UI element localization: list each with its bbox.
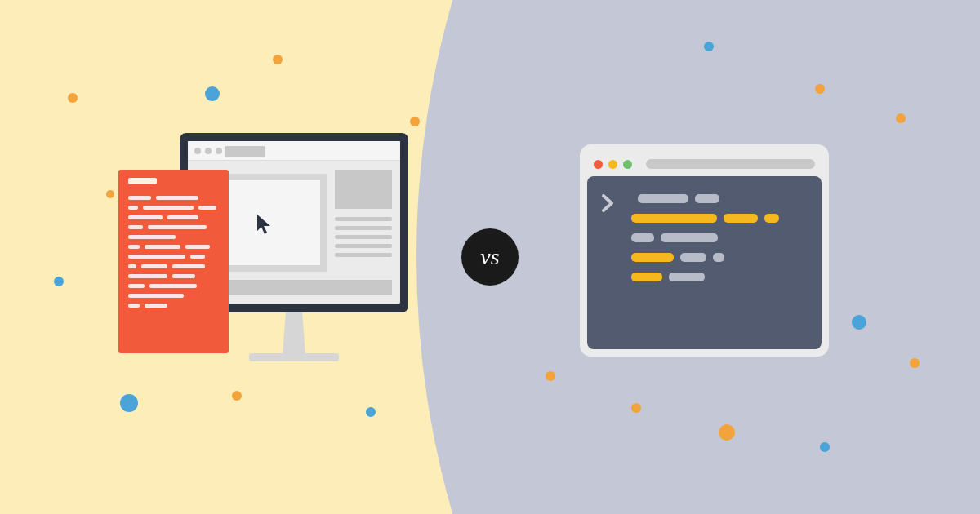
decorative-dot <box>232 391 242 401</box>
terminal-titlebar <box>587 152 822 176</box>
code-line <box>128 235 176 239</box>
decorative-dot <box>820 442 830 452</box>
sidebar-block <box>335 170 392 209</box>
browser-titlebar <box>188 141 400 161</box>
sidebar-panel <box>335 170 392 262</box>
decorative-dot <box>410 117 420 126</box>
code-segment <box>669 273 705 281</box>
browser-tab <box>225 146 265 157</box>
code-line <box>128 274 167 278</box>
code-line <box>128 206 138 210</box>
vs-badge: vs <box>461 228 519 286</box>
code-segment <box>695 194 719 203</box>
code-line <box>128 196 151 200</box>
code-line <box>167 215 198 219</box>
code-line <box>128 304 140 308</box>
decorative-dot <box>120 394 138 412</box>
code-segment <box>638 194 688 203</box>
sidebar-line <box>335 226 392 230</box>
code-segment <box>631 233 654 242</box>
decorative-dot <box>910 358 920 368</box>
sidebar-line <box>335 244 392 248</box>
code-line <box>128 294 184 298</box>
code-segment <box>724 214 758 223</box>
decorative-dot <box>896 113 906 123</box>
decorative-dot <box>631 403 641 413</box>
decorative-dot <box>719 424 735 441</box>
terminal-body <box>587 176 822 349</box>
code-segment <box>631 253 674 262</box>
code-line <box>145 304 167 308</box>
decorative-dot <box>205 86 220 101</box>
code-segment <box>764 214 779 223</box>
cursor-icon <box>256 213 274 236</box>
sidebar-line <box>335 217 392 221</box>
decorative-dot <box>273 55 283 64</box>
vs-label: vs <box>480 244 499 270</box>
code-line <box>172 274 195 278</box>
code-segment <box>631 273 662 281</box>
window-control-icon <box>194 148 201 154</box>
code-line <box>172 264 205 268</box>
decorative-dot <box>546 371 555 381</box>
decorative-dot <box>68 93 78 103</box>
code-line <box>128 245 140 249</box>
code-segment <box>713 253 724 262</box>
code-line <box>128 215 163 219</box>
traffic-light-icon <box>608 160 617 169</box>
traffic-light-icon <box>594 160 603 169</box>
bottom-bar <box>200 280 392 295</box>
window-control-icon <box>216 148 222 154</box>
code-segment <box>631 214 717 223</box>
decorative-dot <box>815 84 825 94</box>
address-bar <box>646 159 815 169</box>
monitor-base-icon <box>249 353 339 361</box>
decorative-dot <box>704 42 714 51</box>
sidebar-line <box>335 253 392 257</box>
code-line <box>128 255 185 259</box>
code-document-icon <box>118 170 229 353</box>
code-line <box>190 255 205 259</box>
decorative-dot <box>106 190 114 198</box>
doc-header <box>128 178 157 184</box>
code-line <box>128 225 143 229</box>
code-line <box>128 264 136 268</box>
code-line <box>185 245 210 249</box>
code-line <box>141 264 167 268</box>
code-line <box>149 284 197 288</box>
code-line <box>128 284 145 288</box>
sidebar-line <box>335 235 392 239</box>
code-line <box>143 206 194 210</box>
code-segment <box>661 233 718 242</box>
code-segment <box>680 253 706 262</box>
prompt-chevron-icon <box>602 194 617 212</box>
traffic-light-icon <box>623 160 632 169</box>
decorative-dot <box>366 407 376 417</box>
decorative-dot <box>54 277 64 286</box>
code-line <box>198 206 216 210</box>
cli-illustration <box>580 144 829 357</box>
decorative-dot <box>852 315 866 330</box>
code-line <box>145 245 180 249</box>
code-line <box>156 196 198 200</box>
code-line <box>148 225 207 229</box>
window-control-icon <box>205 148 212 154</box>
terminal-window-icon <box>580 144 829 357</box>
